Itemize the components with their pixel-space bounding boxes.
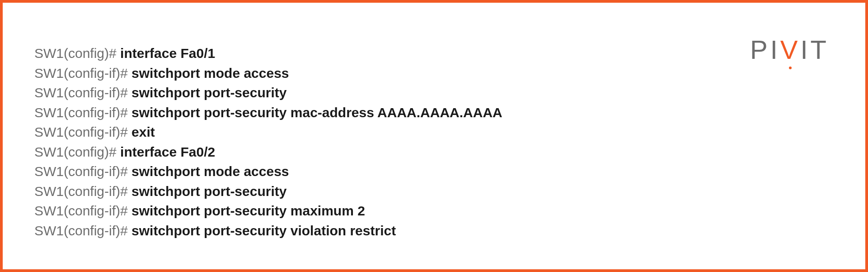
cli-line: SW1(config-if)# switchport mode access [34,63,834,83]
cli-line: SW1(config-if)# switchport port-security… [34,221,834,241]
cli-command: switchport port-security [131,184,286,199]
cli-line: SW1(config-if)# switchport port-security… [34,103,834,123]
cli-block: SW1(config)# interface Fa0/1 SW1(config-… [34,43,834,240]
cli-command: switchport mode access [131,164,289,179]
logo-segment-v: V [780,34,801,65]
cli-command: exit [131,124,155,139]
cli-command: switchport port-security maximum 2 [131,203,365,218]
cli-prompt: SW1(config-if)# [34,203,131,218]
cli-command: interface Fa0/2 [120,144,215,159]
cli-prompt: SW1(config)# [34,46,120,61]
cli-command: switchport port-security [131,85,286,100]
cli-prompt: SW1(config-if)# [34,223,131,238]
cli-line: SW1(config-if)# switchport port-security [34,83,834,103]
cli-line: SW1(config)# interface Fa0/1 [34,43,834,63]
document-frame: PIVIT SW1(config)# interface Fa0/1 SW1(c… [0,0,868,272]
pivit-logo: PIVIT [750,34,829,65]
cli-prompt: SW1(config-if)# [34,66,131,81]
cli-prompt: SW1(config-if)# [34,105,131,120]
cli-line: SW1(config-if)# switchport mode access [34,162,834,181]
cli-prompt: SW1(config-if)# [34,164,131,179]
cli-line: SW1(config-if)# switchport port-security… [34,201,834,221]
logo-segment-left: PI [750,34,780,65]
cli-command: switchport mode access [131,66,289,81]
cli-command: switchport port-security violation restr… [131,223,396,238]
logo-segment-right: IT [800,34,829,65]
cli-line: SW1(config-if)# exit [34,122,834,142]
cli-command: switchport port-security mac-address AAA… [131,105,502,120]
cli-prompt: SW1(config-if)# [34,85,131,100]
cli-line: SW1(config-if)# switchport port-security [34,181,834,201]
cli-prompt: SW1(config)# [34,144,120,159]
cli-line: SW1(config)# interface Fa0/2 [34,142,834,162]
cli-command: interface Fa0/1 [120,46,215,61]
cli-prompt: SW1(config-if)# [34,184,131,199]
cli-prompt: SW1(config-if)# [34,124,131,139]
